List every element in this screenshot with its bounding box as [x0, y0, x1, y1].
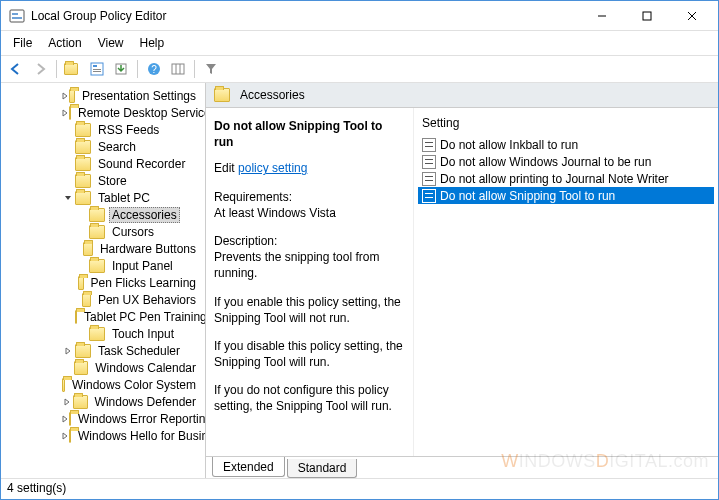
tree-item[interactable]: Tablet PC	[5, 189, 205, 206]
edit-policy-link[interactable]: policy setting	[238, 161, 307, 175]
tree-item[interactable]: Pen Flicks Learning	[5, 274, 205, 291]
folder-icon	[69, 429, 71, 443]
list-item[interactable]: Do not allow Snipping Tool to run	[418, 187, 714, 204]
tree-item[interactable]: Search	[5, 138, 205, 155]
properties-button[interactable]	[86, 58, 108, 80]
policy-icon	[422, 155, 436, 169]
back-button[interactable]	[5, 58, 27, 80]
forward-button[interactable]	[29, 58, 51, 80]
chevron-right-icon[interactable]	[61, 415, 69, 423]
tree-item[interactable]: Windows Defender	[5, 393, 205, 410]
folder-icon	[82, 293, 91, 307]
tree-item-label: Windows Color System	[69, 378, 199, 392]
edit-prefix: Edit	[214, 161, 235, 175]
folder-icon	[62, 378, 65, 392]
properties-icon	[90, 62, 104, 76]
folder-icon	[69, 412, 71, 426]
menu-bar: File Action View Help	[1, 31, 718, 55]
list-item[interactable]: Do not allow Windows Journal to be run	[418, 153, 714, 170]
maximize-button[interactable]	[624, 1, 669, 30]
minimize-button[interactable]	[579, 1, 624, 30]
forward-arrow-icon	[33, 62, 47, 76]
tree-item-label: Input Panel	[109, 259, 176, 273]
breadcrumb-label: Accessories	[240, 88, 305, 102]
export-button[interactable]	[110, 58, 132, 80]
tab-extended[interactable]: Extended	[212, 457, 285, 477]
svg-rect-8	[93, 65, 97, 67]
tree-item[interactable]: Tablet PC Pen Training	[5, 308, 205, 325]
svg-text:?: ?	[151, 64, 157, 75]
main-content: Presentation SettingsRemote Desktop Serv…	[1, 83, 718, 479]
menu-help[interactable]: Help	[132, 33, 173, 53]
filter-icon	[204, 62, 218, 76]
folder-icon	[89, 208, 105, 222]
tree-item-label: Accessories	[109, 207, 180, 223]
tree-item-label: Cursors	[109, 225, 157, 239]
policy-icon	[422, 189, 436, 203]
tree-item-label: Windows Error Reporting	[75, 412, 206, 426]
folder-icon	[75, 310, 77, 324]
folder-icon	[78, 276, 83, 290]
svg-rect-2	[12, 17, 22, 19]
folder-icon	[75, 157, 91, 171]
tree-item[interactable]: Input Panel	[5, 257, 205, 274]
back-arrow-icon	[9, 62, 23, 76]
description-p3: If you disable this policy setting, the …	[214, 338, 405, 370]
chevron-right-icon[interactable]	[61, 398, 73, 406]
chevron-right-icon[interactable]	[61, 432, 69, 440]
toolbar-separator	[56, 60, 57, 78]
chevron-right-icon[interactable]	[61, 92, 69, 100]
list-item-label: Do not allow Snipping Tool to run	[440, 189, 615, 203]
description-p2: If you enable this policy setting, the S…	[214, 294, 405, 326]
menu-view[interactable]: View	[90, 33, 132, 53]
up-button[interactable]	[62, 58, 84, 80]
help-button[interactable]: ?	[143, 58, 165, 80]
columns-button[interactable]	[167, 58, 189, 80]
tree-item[interactable]: Cursors	[5, 223, 205, 240]
list-item[interactable]: Do not allow Inkball to run	[418, 136, 714, 153]
columns-icon	[171, 62, 185, 76]
tree-item[interactable]: Hardware Buttons	[5, 240, 205, 257]
tree-item[interactable]: Accessories	[5, 206, 205, 223]
tree-item[interactable]: Pen UX Behaviors	[5, 291, 205, 308]
menu-action[interactable]: Action	[40, 33, 89, 53]
window-title: Local Group Policy Editor	[31, 9, 579, 23]
tree-item[interactable]: Windows Color System	[5, 376, 205, 393]
export-icon	[114, 62, 128, 76]
close-button[interactable]	[669, 1, 714, 30]
tree-item[interactable]: Task Scheduler	[5, 342, 205, 359]
menu-file[interactable]: File	[5, 33, 40, 53]
chevron-down-icon[interactable]	[61, 194, 75, 202]
tree-item[interactable]: Store	[5, 172, 205, 189]
filter-button[interactable]	[200, 58, 222, 80]
tree-item[interactable]: Presentation Settings	[5, 87, 205, 104]
tree-item[interactable]: RSS Feeds	[5, 121, 205, 138]
tree-item-label: Windows Calendar	[92, 361, 199, 375]
tab-standard[interactable]: Standard	[287, 459, 358, 478]
tree-item[interactable]: Windows Calendar	[5, 359, 205, 376]
folder-icon	[214, 88, 230, 102]
tree-pane[interactable]: Presentation SettingsRemote Desktop Serv…	[1, 83, 206, 478]
folder-icon	[75, 123, 91, 137]
tree-item-label: Sound Recorder	[95, 157, 188, 171]
tree-item-label: Task Scheduler	[95, 344, 183, 358]
tree-item[interactable]: Windows Hello for Business	[5, 427, 205, 444]
tree-item-label: Remote Desktop Services	[75, 106, 206, 120]
svg-rect-10	[93, 71, 101, 72]
tree-item[interactable]: Remote Desktop Services	[5, 104, 205, 121]
help-icon: ?	[147, 62, 161, 76]
svg-rect-4	[643, 12, 651, 20]
tree-item[interactable]: Sound Recorder	[5, 155, 205, 172]
svg-rect-1	[12, 13, 18, 15]
tree-item[interactable]: Windows Error Reporting	[5, 410, 205, 427]
tab-bar: Extended Standard	[206, 456, 718, 478]
tree-item-label: RSS Feeds	[95, 123, 162, 137]
tree-item-label: Pen UX Behaviors	[95, 293, 199, 307]
folder-icon	[69, 106, 71, 120]
list-item[interactable]: Do not allow printing to Journal Note Wr…	[418, 170, 714, 187]
tree-item[interactable]: Touch Input	[5, 325, 205, 342]
chevron-right-icon[interactable]	[61, 109, 69, 117]
list-header[interactable]: Setting	[418, 114, 714, 136]
chevron-right-icon[interactable]	[61, 347, 75, 355]
settings-list[interactable]: Setting Do not allow Inkball to runDo no…	[414, 108, 718, 456]
